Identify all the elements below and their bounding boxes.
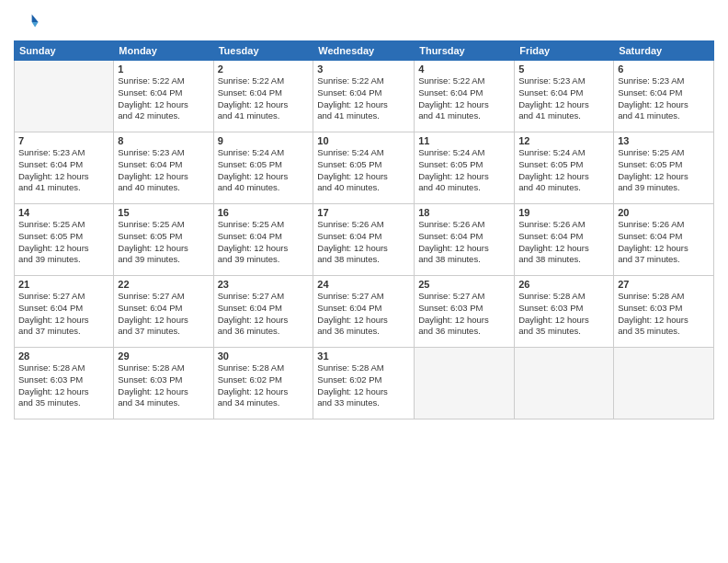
day-info: Sunrise: 5:22 AM Sunset: 6:04 PM Dayligh… — [118, 75, 209, 122]
day-number: 15 — [118, 207, 209, 218]
weekday-header-wednesday: Wednesday — [313, 41, 415, 61]
day-number: 5 — [518, 63, 609, 75]
day-number: 26 — [518, 279, 609, 290]
day-number: 30 — [218, 350, 310, 362]
logo — [14, 9, 43, 35]
calendar-table: SundayMondayTuesdayWednesdayThursdayFrid… — [14, 40, 714, 419]
day-info: Sunrise: 5:25 AM Sunset: 6:05 PM Dayligh… — [618, 147, 710, 194]
day-info: Sunrise: 5:28 AM Sunset: 6:02 PM Dayligh… — [317, 362, 410, 409]
day-number: 23 — [218, 279, 310, 290]
day-info: Sunrise: 5:27 AM Sunset: 6:04 PM Dayligh… — [118, 291, 209, 338]
day-info: Sunrise: 5:24 AM Sunset: 6:05 PM Dayligh… — [418, 147, 510, 194]
calendar-cell: 26Sunrise: 5:28 AM Sunset: 6:03 PM Dayli… — [515, 276, 614, 348]
calendar-cell: 19Sunrise: 5:26 AM Sunset: 6:04 PM Dayli… — [515, 204, 614, 276]
calendar-cell: 2Sunrise: 5:22 AM Sunset: 6:04 PM Daylig… — [213, 61, 313, 132]
day-info: Sunrise: 5:26 AM Sunset: 6:04 PM Dayligh… — [518, 219, 609, 266]
calendar-cell: 9Sunrise: 5:24 AM Sunset: 6:05 PM Daylig… — [213, 132, 313, 204]
calendar-cell: 16Sunrise: 5:25 AM Sunset: 6:04 PM Dayli… — [213, 204, 313, 276]
svg-marker-1 — [32, 22, 39, 28]
calendar-cell: 15Sunrise: 5:25 AM Sunset: 6:05 PM Dayli… — [114, 204, 213, 276]
day-info: Sunrise: 5:24 AM Sunset: 6:05 PM Dayligh… — [518, 147, 609, 194]
day-number: 6 — [618, 63, 710, 75]
day-number: 1 — [118, 63, 209, 75]
day-info: Sunrise: 5:24 AM Sunset: 6:05 PM Dayligh… — [218, 147, 310, 194]
calendar-cell — [614, 348, 714, 419]
day-number: 13 — [618, 135, 710, 146]
day-number: 17 — [317, 207, 410, 218]
day-number: 19 — [518, 207, 609, 218]
calendar-week-row: 28Sunrise: 5:28 AM Sunset: 6:03 PM Dayli… — [15, 348, 714, 419]
weekday-header-row: SundayMondayTuesdayWednesdayThursdayFrid… — [15, 41, 714, 61]
day-number: 29 — [118, 350, 209, 362]
day-number: 16 — [218, 207, 310, 218]
calendar-cell: 18Sunrise: 5:26 AM Sunset: 6:04 PM Dayli… — [415, 204, 515, 276]
day-number: 3 — [317, 63, 410, 75]
weekday-header-thursday: Thursday — [415, 41, 515, 61]
day-info: Sunrise: 5:26 AM Sunset: 6:04 PM Dayligh… — [418, 219, 510, 266]
page: SundayMondayTuesdayWednesdayThursdayFrid… — [0, 0, 728, 563]
calendar-cell: 21Sunrise: 5:27 AM Sunset: 6:04 PM Dayli… — [15, 276, 114, 348]
calendar-cell: 3Sunrise: 5:22 AM Sunset: 6:04 PM Daylig… — [313, 61, 415, 132]
calendar-cell: 7Sunrise: 5:23 AM Sunset: 6:04 PM Daylig… — [15, 132, 114, 204]
calendar-week-row: 7Sunrise: 5:23 AM Sunset: 6:04 PM Daylig… — [15, 132, 714, 204]
day-info: Sunrise: 5:28 AM Sunset: 6:03 PM Dayligh… — [518, 291, 609, 338]
day-info: Sunrise: 5:27 AM Sunset: 6:04 PM Dayligh… — [317, 291, 410, 338]
day-number: 20 — [618, 207, 710, 218]
calendar-cell: 28Sunrise: 5:28 AM Sunset: 6:03 PM Dayli… — [15, 348, 114, 419]
day-info: Sunrise: 5:25 AM Sunset: 6:04 PM Dayligh… — [218, 219, 310, 266]
calendar-cell: 5Sunrise: 5:23 AM Sunset: 6:04 PM Daylig… — [515, 61, 614, 132]
calendar-cell: 6Sunrise: 5:23 AM Sunset: 6:04 PM Daylig… — [614, 61, 714, 132]
day-info: Sunrise: 5:28 AM Sunset: 6:03 PM Dayligh… — [618, 291, 710, 338]
day-number: 27 — [618, 279, 710, 290]
day-info: Sunrise: 5:22 AM Sunset: 6:04 PM Dayligh… — [418, 75, 510, 122]
calendar-cell: 4Sunrise: 5:22 AM Sunset: 6:04 PM Daylig… — [415, 61, 515, 132]
calendar-cell: 14Sunrise: 5:25 AM Sunset: 6:05 PM Dayli… — [15, 204, 114, 276]
weekday-header-friday: Friday — [515, 41, 614, 61]
day-number: 4 — [418, 63, 510, 75]
calendar-cell: 12Sunrise: 5:24 AM Sunset: 6:05 PM Dayli… — [515, 132, 614, 204]
calendar-cell: 31Sunrise: 5:28 AM Sunset: 6:02 PM Dayli… — [313, 348, 415, 419]
calendar-cell: 13Sunrise: 5:25 AM Sunset: 6:05 PM Dayli… — [614, 132, 714, 204]
logo-icon — [14, 9, 40, 35]
day-number: 22 — [118, 279, 209, 290]
calendar-cell: 10Sunrise: 5:24 AM Sunset: 6:05 PM Dayli… — [313, 132, 415, 204]
day-info: Sunrise: 5:22 AM Sunset: 6:04 PM Dayligh… — [218, 75, 310, 122]
day-info: Sunrise: 5:25 AM Sunset: 6:05 PM Dayligh… — [18, 219, 109, 266]
svg-marker-0 — [32, 15, 39, 22]
day-info: Sunrise: 5:22 AM Sunset: 6:04 PM Dayligh… — [317, 75, 410, 122]
day-number: 11 — [418, 135, 510, 146]
weekday-header-tuesday: Tuesday — [213, 41, 313, 61]
day-info: Sunrise: 5:23 AM Sunset: 6:04 PM Dayligh… — [118, 147, 209, 194]
weekday-header-saturday: Saturday — [614, 41, 714, 61]
day-info: Sunrise: 5:25 AM Sunset: 6:05 PM Dayligh… — [118, 219, 209, 266]
day-number: 12 — [518, 135, 609, 146]
day-info: Sunrise: 5:28 AM Sunset: 6:02 PM Dayligh… — [218, 362, 310, 409]
calendar-week-row: 21Sunrise: 5:27 AM Sunset: 6:04 PM Dayli… — [15, 276, 714, 348]
day-info: Sunrise: 5:28 AM Sunset: 6:03 PM Dayligh… — [118, 362, 209, 409]
day-number: 24 — [317, 279, 410, 290]
day-info: Sunrise: 5:23 AM Sunset: 6:04 PM Dayligh… — [18, 147, 109, 194]
calendar-cell: 23Sunrise: 5:27 AM Sunset: 6:04 PM Dayli… — [213, 276, 313, 348]
calendar-cell — [515, 348, 614, 419]
weekday-header-monday: Monday — [114, 41, 213, 61]
calendar-cell: 24Sunrise: 5:27 AM Sunset: 6:04 PM Dayli… — [313, 276, 415, 348]
day-number: 21 — [18, 279, 109, 290]
calendar-cell: 29Sunrise: 5:28 AM Sunset: 6:03 PM Dayli… — [114, 348, 213, 419]
day-info: Sunrise: 5:27 AM Sunset: 6:03 PM Dayligh… — [418, 291, 510, 338]
day-info: Sunrise: 5:28 AM Sunset: 6:03 PM Dayligh… — [18, 362, 109, 409]
calendar-cell: 22Sunrise: 5:27 AM Sunset: 6:04 PM Dayli… — [114, 276, 213, 348]
day-info: Sunrise: 5:23 AM Sunset: 6:04 PM Dayligh… — [518, 75, 609, 122]
day-info: Sunrise: 5:27 AM Sunset: 6:04 PM Dayligh… — [18, 291, 109, 338]
day-number: 8 — [118, 135, 209, 146]
day-number: 18 — [418, 207, 510, 218]
day-number: 31 — [317, 350, 410, 362]
calendar-cell: 25Sunrise: 5:27 AM Sunset: 6:03 PM Dayli… — [415, 276, 515, 348]
weekday-header-sunday: Sunday — [15, 41, 114, 61]
calendar-cell: 20Sunrise: 5:26 AM Sunset: 6:04 PM Dayli… — [614, 204, 714, 276]
calendar-cell — [15, 61, 114, 132]
day-number: 2 — [218, 63, 310, 75]
day-number: 10 — [317, 135, 410, 146]
day-info: Sunrise: 5:26 AM Sunset: 6:04 PM Dayligh… — [618, 219, 710, 266]
day-info: Sunrise: 5:24 AM Sunset: 6:05 PM Dayligh… — [317, 147, 410, 194]
calendar-week-row: 1Sunrise: 5:22 AM Sunset: 6:04 PM Daylig… — [15, 61, 714, 132]
